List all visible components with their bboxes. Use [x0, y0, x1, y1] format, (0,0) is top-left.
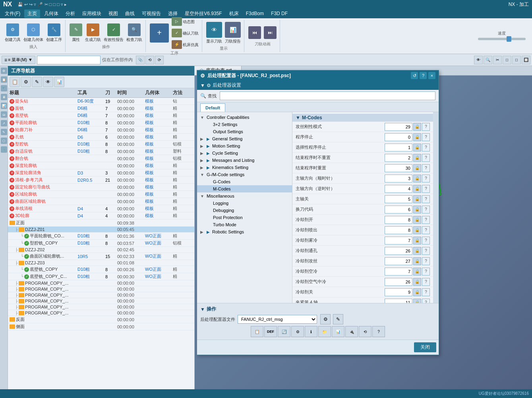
tree-item[interactable]: Turbo Mode [197, 221, 292, 228]
search-input-main[interactable] [37, 56, 101, 64]
table-row[interactable]: ⊘ 型腔铣 D10粗 8 00:00:00 模板 铝模 [8, 141, 194, 148]
help-button[interactable]: ? [422, 164, 430, 172]
table-row[interactable]: ├ DZZJ-Z02 00:02:45 [8, 247, 194, 253]
setting-input[interactable] [385, 299, 412, 303]
table-row[interactable]: ⊘ 单线清根 D4 4 00:00:00 模板 精 [8, 205, 194, 212]
table-row[interactable]: ⊘ 轮廓刀补 D6精 7 00:00:00 模板 精 [8, 126, 194, 134]
sidebar-icon-1[interactable]: ⚙ [1, 68, 7, 74]
create-operation-button[interactable]: 🔧 创建工序 [45, 23, 63, 43]
create-geometry-button[interactable]: ⬡ 创建几何体 [23, 23, 44, 43]
help-button[interactable]: ? [422, 133, 430, 141]
validity-report-button[interactable]: ✓ 有效性报告 [103, 23, 124, 43]
machine-sim-button[interactable]: ⚡ 机床仿真 [171, 39, 199, 50]
nav-btn-2[interactable]: ⚙ [21, 77, 31, 87]
ops-icon-7[interactable]: 📊 [332, 326, 344, 337]
dialog-tab-default[interactable]: Default [200, 103, 225, 112]
sidebar-icon-9[interactable]: ⬡ [1, 138, 7, 144]
lock-button[interactable]: 🔒 [413, 195, 421, 203]
ops-settings-btn[interactable]: ⚙ [320, 314, 331, 324]
help-button[interactable]: ? [422, 278, 430, 286]
menu-item-home[interactable]: 主页 [24, 10, 40, 18]
table-row[interactable]: └ ✓ 曲面区域轮廓铣... 10R5 15 00:02:33 WO正面 精 [8, 253, 194, 260]
table-row[interactable]: 侧面 00:00:00 [8, 323, 194, 330]
properties-button[interactable]: ✎ 属性 [69, 23, 83, 43]
view-btn-1[interactable]: 👁 [474, 56, 483, 64]
help-button[interactable]: ? [422, 154, 430, 162]
tree-item[interactable]: ▶ ▶ Motion Setting [197, 142, 292, 149]
tree-item[interactable]: Output Settings [197, 128, 292, 135]
tree-item[interactable]: M-Codes [197, 185, 292, 192]
lock-button[interactable]: 🔒 [413, 133, 421, 141]
lock-button[interactable]: 🔒 [413, 175, 421, 182]
table-row[interactable]: ⊘ 深度轮廓铣 00:00:00 模板 精 [8, 162, 194, 169]
section-header[interactable]: ▼ ⚙ 后处理器设置 [197, 81, 439, 90]
tree-item[interactable]: ▶ ▶ General Setting [197, 135, 292, 142]
nav-btn-5[interactable]: 📊 [54, 77, 64, 87]
table-row[interactable]: └ ✓ 平面轮廓铣_CO... D10粗 8 00:01:36 WO正面 精 [8, 233, 194, 240]
next-frame-button[interactable]: ⏭ [263, 25, 277, 41]
lock-button[interactable]: 🔒 [413, 185, 421, 193]
sidebar-icon-8[interactable]: ✎ [1, 129, 7, 135]
setting-input[interactable] [385, 123, 412, 131]
toolbar-small-btn-3[interactable]: ⟳ [155, 56, 164, 64]
lock-button[interactable]: 🔒 [413, 164, 421, 172]
lock-button[interactable]: 🔒 [413, 144, 421, 151]
view-btn-5[interactable]: □ [512, 56, 521, 64]
sidebar-icon-4[interactable]: 🖥 [1, 94, 7, 100]
post-file-select[interactable]: FANUC_RJ_ctrl_msg [238, 315, 317, 324]
tree-item[interactable]: ▶ ▶ Robotic Settings [197, 228, 292, 235]
menu-toggle[interactable]: ≡ ≡ 菜单(M) ▼ [2, 56, 35, 64]
table-row[interactable]: ├ DZZJ-Z01 00:05:45 [8, 227, 194, 233]
setting-input[interactable] [385, 226, 412, 234]
tree-item[interactable]: Debugging [197, 207, 292, 214]
setting-input[interactable] [385, 164, 412, 172]
menu-item-f3dbom[interactable]: F3dBom [243, 10, 267, 17]
setting-input[interactable] [385, 257, 412, 265]
dialog-refresh-button[interactable]: ↺ [411, 72, 418, 79]
view-btn-3[interactable]: ✂ [493, 56, 502, 64]
ops-icon-5[interactable]: ℹ [305, 326, 317, 337]
setting-input[interactable] [385, 185, 412, 193]
ops-icon-1[interactable]: 📋 [251, 326, 263, 337]
lock-button[interactable]: 🔒 [413, 216, 421, 224]
table-row[interactable]: ⊘ 曲面区域轮廓铣 00:00:00 模板 精 [8, 198, 194, 205]
table-row[interactable]: ⊘ 深度轮廓清角 D3 3 00:00:00 模板 精 [8, 169, 194, 177]
sidebar-icon-2[interactable]: 📋 [1, 76, 7, 83]
generate-toolpath-button[interactable]: ▶ 生成刀轨 [84, 23, 102, 43]
nav-btn-3[interactable]: ✎ [32, 77, 42, 87]
ops-edit-btn[interactable]: ✎ [333, 314, 343, 324]
tree-item[interactable]: ▶ ▶ Cycle Setting [197, 149, 292, 157]
tree-item[interactable]: G-Codes [197, 178, 292, 185]
setting-input[interactable] [385, 268, 412, 276]
help-button[interactable]: ? [422, 185, 430, 193]
tree-item[interactable]: ▶ ▶ Kinematics Setting [197, 164, 292, 171]
ops-icon-3[interactable]: 🔄 [278, 326, 290, 337]
table-row[interactable]: ⊘ 自适应铣 D10粗 8 00:00:00 模板 塑料 [8, 148, 194, 155]
tree-item[interactable]: ▼ Controller Capabilities [197, 114, 292, 121]
table-row[interactable]: ⊘ 区域轮廓铣 00:00:00 模板 精 [8, 191, 194, 198]
ops-icon-9[interactable]: ⟲ [359, 326, 371, 337]
help-button[interactable]: ? [422, 144, 430, 151]
help-button[interactable]: ? [422, 216, 430, 224]
lock-button[interactable]: 🔒 [413, 278, 421, 286]
table-row[interactable]: 正面 00:09:38 [8, 219, 194, 227]
tree-item[interactable]: Logging [197, 200, 292, 207]
table-row[interactable]: ⊘ 平面轮廓铣 D10粗 8 00:00:00 模板 精 [8, 119, 194, 126]
setting-input[interactable] [385, 247, 412, 255]
menu-item-view[interactable]: 视图 [105, 10, 121, 18]
help-button[interactable]: ? [422, 268, 430, 276]
setting-input[interactable] [385, 175, 412, 182]
tree-item[interactable]: ▶ ▶ Messages and Listing [197, 157, 292, 164]
menu-item-machine[interactable]: 机床 [226, 10, 242, 18]
view-btn-6[interactable]: 🔲 [522, 56, 530, 64]
dialog-close-footer-button[interactable]: 关闭 [414, 342, 436, 352]
dialog-close-button[interactable]: × [428, 72, 435, 79]
menu-item-geometry[interactable]: 几何体 [41, 10, 62, 18]
table-row[interactable]: ├ PROGRAM_COPY_... 00:00:00 [8, 304, 194, 310]
setting-input[interactable] [385, 278, 412, 286]
setting-input[interactable] [385, 288, 412, 296]
menu-item-curve[interactable]: 曲线 [122, 10, 138, 18]
help-button[interactable]: ? [422, 247, 430, 255]
setting-input[interactable] [385, 144, 412, 151]
toolbar-small-btn-2[interactable]: ⟲ [145, 56, 154, 64]
